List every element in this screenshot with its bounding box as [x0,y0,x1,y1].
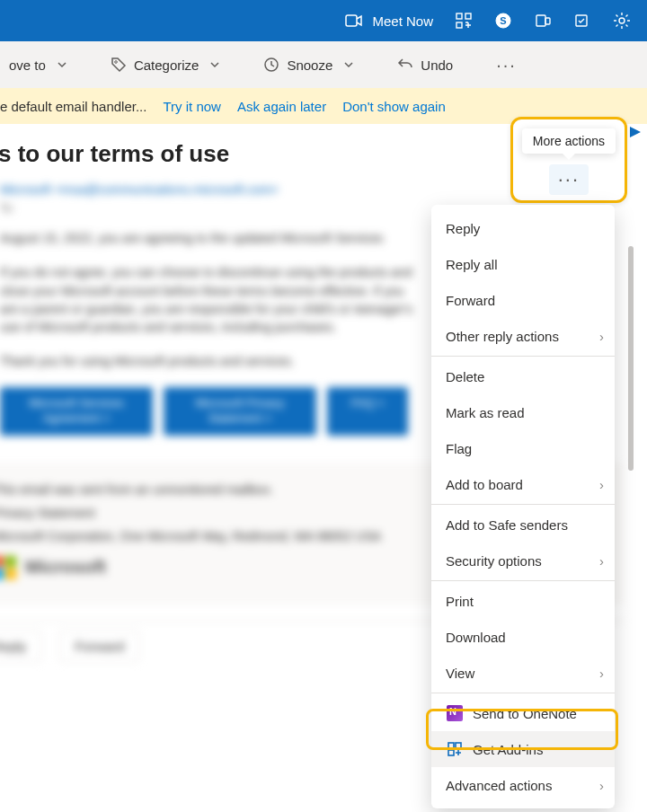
svg-rect-6 [536,15,545,26]
more-actions-button[interactable]: ··· [549,164,589,195]
banner-dont-link[interactable]: Don't show again [342,99,446,114]
menu-label: Mark as read [446,405,525,420]
undo-icon [397,57,413,73]
more-toolbar-button[interactable]: ··· [487,49,526,81]
menu-label: Download [446,630,506,645]
chevron-down-icon [57,59,67,70]
onenote-icon [446,704,464,722]
settings-gear-icon[interactable] [613,12,631,30]
chevron-right-icon: › [599,477,604,492]
video-icon [345,12,363,30]
chevron-right-icon: › [599,666,604,681]
ad-marker-icon[interactable] [629,126,642,142]
undo-label: Undo [421,57,453,73]
menu-label: Other reply actions [446,329,559,344]
snooze-button[interactable]: Snooze [254,51,363,78]
svg-point-10 [115,61,118,64]
move-to-label: ove to [9,57,46,73]
menu-label: Security options [446,553,542,569]
menu-label: Print [446,594,474,609]
menu-separator [431,580,615,581]
more-actions-tooltip: More actions [522,128,616,154]
reply-pill[interactable]: Reply [0,631,41,662]
menu-send-onenote[interactable]: Send to OneNote [431,695,615,731]
menu-label: Add to board [446,477,523,492]
menu-separator [431,693,615,693]
menu-label: Reply all [446,257,498,272]
microsoft-logo-text: Microsoft [25,557,106,578]
menu-label: Get Add-ins [473,742,543,757]
menu-reply[interactable]: Reply [431,210,615,246]
menu-forward[interactable]: Forward [431,282,615,318]
svg-point-9 [619,18,625,23]
clock-icon [263,57,279,73]
menu-label: Send to OneNote [473,706,577,721]
menu-label: Delete [446,369,484,384]
reply-label: Reply [0,639,26,654]
svg-rect-8 [576,15,587,26]
cta-button[interactable]: FAQ > [327,387,408,436]
message-para: If you do not agree, you can choose to d… [0,263,413,336]
message-toolbar: ove to Categorize Snooze Undo ··· [0,41,647,88]
menu-reply-all[interactable]: Reply all [431,246,615,282]
menu-advanced-actions[interactable]: Advanced actions› [431,767,615,803]
reading-pane-scrollbar[interactable] [628,205,634,790]
meet-now-label: Meet Now [372,13,433,29]
more-actions-menu: Reply Reply all Forward Other reply acti… [431,205,615,808]
cta-button[interactable]: Microsoft Services Agreement > [0,387,153,436]
chevron-down-icon [209,59,220,70]
move-to-button[interactable]: ove to [0,52,76,78]
categorize-button[interactable]: Categorize [102,51,230,78]
menu-delete[interactable]: Delete [431,358,615,394]
menu-add-board[interactable]: Add to board› [431,466,615,502]
banner-later-link[interactable]: Ask again later [237,99,326,114]
svg-rect-7 [545,18,550,24]
message-para: August 15, 2022, you are agreeing to the… [0,229,413,247]
menu-label: Forward [446,293,495,308]
forward-pill[interactable]: Forward [59,631,139,662]
addins-icon [446,740,464,758]
menu-safe-senders[interactable]: Add to Safe senders [431,507,615,543]
menu-label: Reply [446,221,480,236]
categorize-label: Categorize [134,57,199,73]
tasks-icon[interactable] [573,12,591,30]
menu-separator [431,356,615,357]
menu-print[interactable]: Print [431,583,615,619]
svg-rect-3 [456,22,462,28]
svg-rect-0 [346,15,357,26]
skype-icon[interactable]: S [494,12,512,30]
message-para: Thank you for using Microsoft products a… [0,352,413,370]
snooze-label: Snooze [287,57,332,73]
chevron-right-icon: › [599,329,604,344]
microsoft-logo-icon [0,556,16,579]
title-bar: Meet Now S [0,0,647,41]
banner-message: e default email handler... [0,99,146,114]
svg-rect-2 [465,13,471,19]
menu-mark-read[interactable]: Mark as read [431,394,615,430]
menu-download[interactable]: Download [431,619,615,655]
menu-view[interactable]: View› [431,655,615,691]
cta-button[interactable]: Microsoft Privacy Statement > [164,387,316,436]
more-actions-highlight: More actions ··· [510,117,627,203]
menu-get-addins[interactable]: Get Add-ins [431,731,615,767]
chevron-right-icon: › [599,778,604,793]
teams-icon[interactable] [534,12,552,30]
chevron-right-icon: › [599,553,604,569]
menu-flag[interactable]: Flag [431,430,615,466]
menu-label: Flag [446,441,472,456]
svg-text:S: S [500,15,506,26]
banner-try-link[interactable]: Try it now [163,99,220,114]
chevron-down-icon [343,59,354,70]
undo-button[interactable]: Undo [388,51,462,78]
menu-label: View [446,666,474,681]
svg-rect-14 [448,750,454,755]
menu-label: Advanced actions [446,778,552,793]
svg-rect-1 [456,13,462,19]
menu-label: Add to Safe senders [446,517,568,533]
forward-label: Forward [75,639,124,654]
meet-now-button[interactable]: Meet Now [345,12,433,30]
menu-security-options[interactable]: Security options› [431,543,615,578]
qr-icon[interactable] [455,12,473,30]
menu-separator [431,504,615,505]
menu-other-reply[interactable]: Other reply actions› [431,318,615,354]
